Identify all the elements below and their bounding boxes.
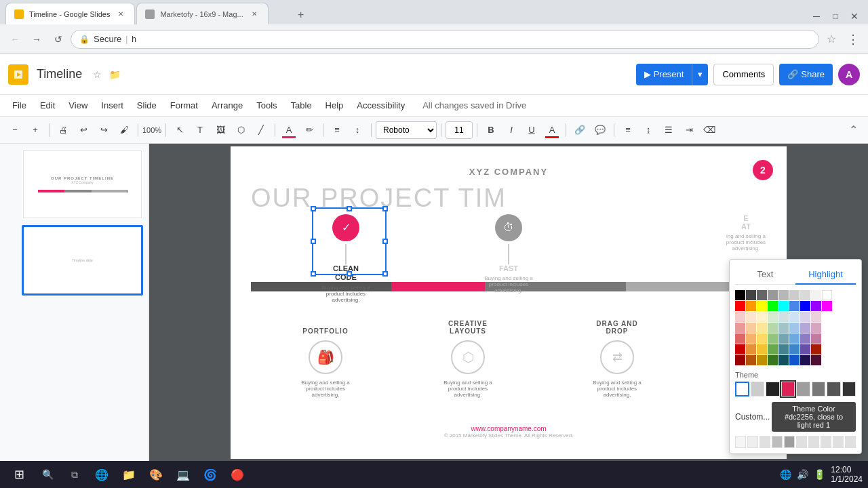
color-d1-3[interactable] — [757, 344, 767, 354]
color-orange[interactable] — [746, 301, 756, 311]
custom-swatch-9[interactable] — [833, 436, 844, 448]
taskbar-task-view[interactable]: ⧉ — [62, 462, 87, 487]
theme-color-gray[interactable] — [751, 382, 764, 396]
taskbar-edge[interactable]: 🌐 — [90, 462, 114, 487]
canvas-area[interactable]: XYZ COMPANY OUR PROJECT TIM 2 — [149, 144, 868, 461]
taskbar-search[interactable]: 🔍 — [35, 462, 60, 487]
address-input[interactable]: 🔒 Secure | h — [71, 30, 819, 49]
maximize-button[interactable]: □ — [827, 8, 844, 24]
color-gray[interactable] — [768, 290, 778, 300]
color-m-4[interactable] — [768, 333, 778, 344]
tab-close-2[interactable]: ✕ — [249, 9, 260, 20]
color-d1-7[interactable] — [800, 344, 810, 354]
color-m-2[interactable] — [746, 333, 756, 344]
clean-code-item[interactable]: ✓ CLEANCODE Buying and selling a product… — [319, 214, 373, 303]
custom-swatch-7[interactable] — [808, 436, 819, 448]
tab-timeline[interactable]: Timeline - Google Slides ✕ — [5, 3, 135, 24]
star-icon[interactable]: ☆ — [90, 68, 104, 81]
present-button[interactable]: ▶ Present — [636, 64, 692, 85]
italic-button[interactable]: I — [502, 121, 521, 140]
theme-color-gray2[interactable] — [812, 382, 825, 396]
color-d1-6[interactable] — [789, 344, 800, 354]
color-l1-1[interactable] — [735, 312, 745, 322]
slide-thumb-2[interactable]: Timeline slide — [22, 225, 143, 296]
print-button[interactable]: 🖨 — [54, 121, 73, 140]
color-d2-3[interactable] — [757, 355, 767, 365]
list-button[interactable]: ☰ — [659, 121, 678, 140]
color-green[interactable] — [768, 301, 778, 311]
collapse-toolbar-button[interactable]: ⌃ — [844, 121, 863, 140]
custom-swatch-1[interactable] — [735, 436, 746, 448]
redo-button[interactable]: ↪ — [94, 121, 113, 140]
theme-color-midgray[interactable] — [796, 382, 810, 396]
theme-color-pink[interactable] — [781, 382, 795, 396]
color-violet[interactable] — [811, 301, 821, 311]
clear-format-button[interactable]: ⌫ — [700, 121, 719, 140]
color-l2-5[interactable] — [778, 323, 789, 333]
battery-icon[interactable]: 🔋 — [814, 469, 825, 480]
menu-edit[interactable]: Edit — [33, 98, 62, 113]
color-l2-6[interactable] — [789, 323, 800, 333]
highlight-button[interactable]: ✏ — [300, 121, 319, 140]
color-magenta[interactable] — [822, 301, 832, 311]
taskbar-explorer[interactable]: 📁 — [117, 462, 141, 487]
color-l2-8[interactable] — [811, 323, 821, 333]
color-d1-2[interactable] — [746, 344, 756, 354]
taskbar-app2[interactable]: 💻 — [171, 462, 195, 487]
folder-icon[interactable]: 📁 — [108, 68, 121, 81]
font-family-select[interactable]: Roboto — [376, 121, 437, 139]
color-l2-4[interactable] — [768, 323, 778, 333]
menu-format[interactable]: Format — [163, 98, 205, 113]
color-d2-7[interactable] — [800, 355, 810, 365]
color-m-7[interactable] — [800, 333, 810, 344]
text-align-button[interactable]: ≡ — [618, 121, 637, 140]
share-button[interactable]: 🔗 Share — [779, 64, 833, 85]
font-size-input[interactable] — [446, 121, 473, 139]
color-lightgray1[interactable] — [778, 290, 789, 300]
present-dropdown-button[interactable]: ▾ — [692, 64, 708, 85]
volume-icon[interactable]: 🔊 — [797, 469, 808, 480]
color-darkgray1[interactable] — [746, 290, 756, 300]
custom-swatch-8[interactable] — [821, 436, 831, 448]
underline-button[interactable]: U — [522, 121, 541, 140]
menu-arrange[interactable]: Arrange — [205, 98, 250, 113]
slide-thumb-1[interactable]: OUR PROJECT TIMELINE XYZ Company — [22, 149, 143, 220]
color-black[interactable] — [735, 290, 745, 300]
taskbar-app4[interactable]: 🔴 — [225, 462, 250, 487]
color-d2-1[interactable] — [735, 355, 745, 365]
network-icon[interactable]: 🌐 — [780, 469, 791, 480]
theme-color-white[interactable] — [735, 382, 749, 396]
cursor-button[interactable]: ↖ — [170, 121, 189, 140]
color-l1-5[interactable] — [778, 312, 789, 322]
color-l2-3[interactable] — [757, 323, 767, 333]
custom-swatch-5[interactable] — [784, 436, 795, 448]
color-yellow[interactable] — [757, 301, 767, 311]
color-m-6[interactable] — [789, 333, 800, 344]
color-lightgray3[interactable] — [800, 290, 810, 300]
color-d1-4[interactable] — [768, 344, 778, 354]
line-button[interactable]: ╱ — [252, 121, 271, 140]
picker-tab-text[interactable]: Text — [735, 265, 795, 284]
taskbar-app1[interactable]: 🎨 — [144, 462, 168, 487]
image-button[interactable]: 🖼 — [211, 121, 230, 140]
custom-swatch-10[interactable] — [845, 436, 856, 448]
theme-color-dark[interactable] — [766, 382, 779, 396]
minimize-button[interactable]: ─ — [808, 8, 825, 24]
menu-slide[interactable]: Slide — [130, 98, 163, 113]
new-tab-button[interactable]: + — [292, 5, 311, 24]
bookmark-icon[interactable]: ☆ — [822, 30, 841, 49]
bg-color-button[interactable]: A — [279, 121, 298, 140]
menu-insert[interactable]: Insert — [94, 98, 130, 113]
menu-tools[interactable]: Tools — [250, 98, 283, 113]
color-l2-7[interactable] — [800, 323, 810, 333]
color-red[interactable] — [735, 301, 745, 311]
color-m-1[interactable] — [735, 333, 745, 344]
color-l1-3[interactable] — [757, 312, 767, 322]
text-button[interactable]: T — [191, 121, 210, 140]
color-l1-2[interactable] — [746, 312, 756, 322]
close-button[interactable]: ✕ — [846, 8, 863, 24]
line-spacing-button[interactable]: ↕ — [348, 121, 367, 140]
custom-swatch-4[interactable] — [772, 436, 783, 448]
menu-help[interactable]: Help — [319, 98, 351, 113]
color-d2-5[interactable] — [778, 355, 789, 365]
